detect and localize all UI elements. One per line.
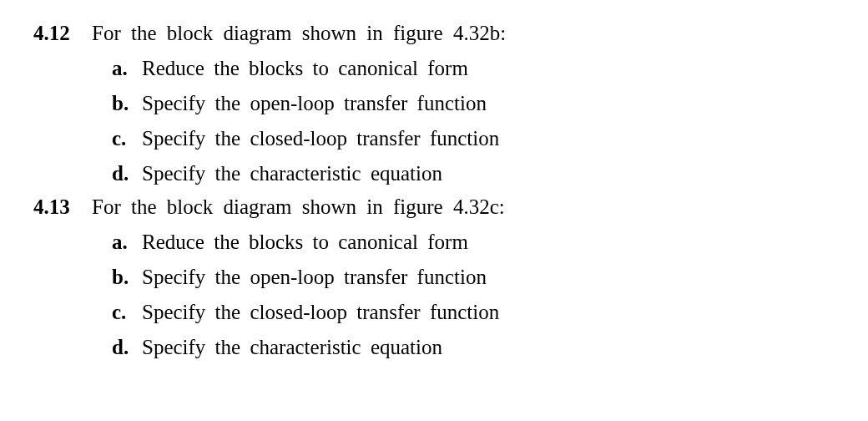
subitem-d: d. Specify the characteristic equation — [112, 157, 835, 190]
subitems: a. Reduce the blocks to canonical form b… — [92, 52, 835, 190]
subitem-label: d. — [112, 157, 142, 190]
problem-list: 4.12 For the block diagram shown in figu… — [33, 17, 835, 364]
subitem-text: Reduce the blocks to canonical form — [142, 226, 468, 259]
subitem-d: d. Specify the characteristic equation — [112, 331, 835, 364]
subitems: a. Reduce the blocks to canonical form b… — [92, 226, 835, 364]
problem-4-13: 4.13 For the block diagram shown in figu… — [33, 190, 835, 364]
subitem-a: a. Reduce the blocks to canonical form — [112, 52, 835, 85]
subitem-text: Specify the closed-loop transfer functio… — [142, 122, 499, 155]
problem-number: 4.13 — [33, 190, 92, 224]
subitem-label: a. — [112, 52, 142, 85]
subitem-label: d. — [112, 331, 142, 364]
problem-content: For the block diagram shown in figure 4.… — [92, 17, 835, 190]
subitem-a: a. Reduce the blocks to canonical form — [112, 226, 835, 259]
subitem-text: Specify the characteristic equation — [142, 331, 442, 364]
subitem-label: b. — [112, 87, 142, 120]
subitem-text: Specify the open-loop transfer function — [142, 87, 487, 120]
subitem-b: b. Specify the open-loop transfer functi… — [112, 87, 835, 120]
subitem-label: b. — [112, 261, 142, 294]
subitem-label: a. — [112, 226, 142, 259]
subitem-text: Specify the open-loop transfer function — [142, 261, 487, 294]
problem-stem: For the block diagram shown in figure 4.… — [92, 17, 835, 50]
problem-stem: For the block diagram shown in figure 4.… — [92, 190, 835, 224]
subitem-label: c. — [112, 296, 142, 329]
subitem-text: Reduce the blocks to canonical form — [142, 52, 468, 85]
subitem-c: c. Specify the closed-loop transfer func… — [112, 296, 835, 329]
subitem-text: Specify the closed-loop transfer functio… — [142, 296, 499, 329]
subitem-label: c. — [112, 122, 142, 155]
problem-4-12: 4.12 For the block diagram shown in figu… — [33, 17, 835, 190]
subitem-text: Specify the characteristic equation — [142, 157, 442, 190]
subitem-c: c. Specify the closed-loop transfer func… — [112, 122, 835, 155]
problem-number: 4.12 — [33, 17, 92, 50]
problem-content: For the block diagram shown in figure 4.… — [92, 190, 835, 364]
subitem-b: b. Specify the open-loop transfer functi… — [112, 261, 835, 294]
